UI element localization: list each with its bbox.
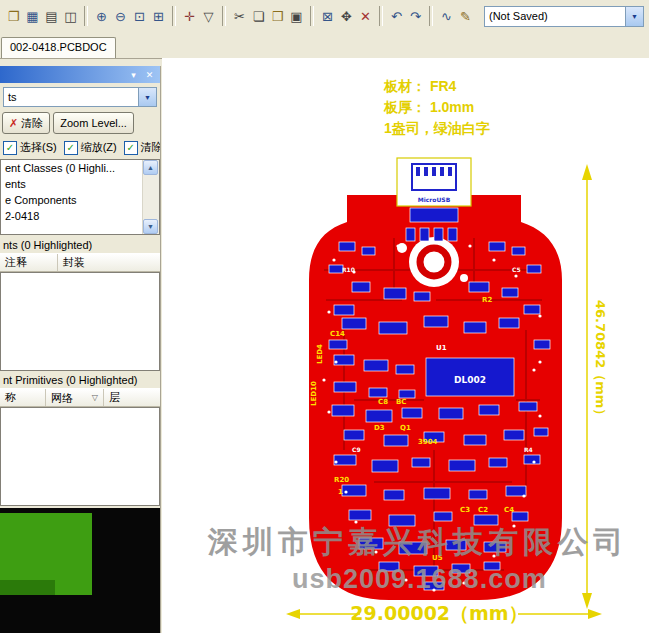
interactive-route-icon[interactable]: ∿: [437, 6, 456, 26]
pcb-component[interactable]: [334, 305, 354, 315]
pcb-component[interactable]: [439, 408, 463, 419]
print-icon[interactable]: ▤: [42, 6, 61, 26]
pcb-component[interactable]: [502, 288, 518, 297]
panel-collapse-icon[interactable]: ▾: [127, 70, 140, 80]
pcb-component[interactable]: [366, 410, 392, 422]
pcb-component[interactable]: [402, 408, 422, 418]
copy-icon[interactable]: ❏: [249, 6, 268, 26]
panel-close-icon[interactable]: ✕: [143, 70, 156, 80]
pcb-component[interactable]: [334, 355, 354, 365]
pcb-via[interactable]: [538, 314, 541, 317]
zoom-out-icon[interactable]: ⊖: [111, 6, 130, 26]
pcb-component[interactable]: [469, 490, 487, 499]
class-list-item[interactable]: ents: [1, 176, 143, 192]
pcb-via[interactable]: [396, 244, 399, 247]
clear-filter-icon[interactable]: ✕: [356, 6, 375, 26]
pcb-component[interactable]: [448, 228, 457, 241]
pcb-via[interactable]: [532, 368, 535, 371]
pcb-component[interactable]: [534, 340, 550, 349]
pcb-component[interactable]: [379, 322, 407, 334]
pcb-component[interactable]: [410, 208, 458, 222]
pcb-component[interactable]: [344, 430, 364, 440]
pcb-component[interactable]: [396, 365, 414, 374]
pcb-via[interactable]: [432, 240, 435, 243]
pcb-via[interactable]: [334, 460, 337, 463]
select-area-icon[interactable]: ⊠: [318, 6, 337, 26]
pcb-via[interactable]: [492, 258, 495, 261]
pcb-component[interactable]: [399, 390, 415, 398]
pcb-component[interactable]: [342, 318, 366, 329]
pcb-component[interactable]: [524, 305, 540, 314]
paste-icon[interactable]: ❒: [268, 6, 287, 26]
pcb-component[interactable]: [339, 242, 355, 251]
panel-checkbox[interactable]: ✓选择(S): [3, 140, 57, 155]
column-header-name[interactable]: 称: [0, 389, 46, 406]
pcb-component[interactable]: [352, 282, 370, 292]
pcb-via[interactable]: [322, 378, 325, 381]
pcb-via[interactable]: [327, 310, 330, 313]
cut-icon[interactable]: ✂: [230, 6, 249, 26]
pcb-component[interactable]: [534, 428, 548, 436]
pcb-component[interactable]: [406, 228, 415, 241]
pcb-component[interactable]: [329, 265, 343, 273]
pcb-component[interactable]: [424, 316, 448, 327]
pcb-component[interactable]: [424, 488, 450, 499]
print-preview-icon[interactable]: ◫: [61, 6, 80, 26]
pcb-via[interactable]: [334, 360, 337, 363]
open-project-icon[interactable]: ❐: [4, 6, 23, 26]
pcb-component[interactable]: [489, 458, 507, 467]
panel-filter-dropdown[interactable]: ts ▼: [3, 87, 157, 107]
dropdown-arrow-icon[interactable]: ▼: [138, 88, 156, 106]
pcb-component[interactable]: [334, 382, 356, 392]
filter-icon[interactable]: ▽: [199, 6, 218, 26]
column-header-footprint[interactable]: 封装: [58, 254, 160, 271]
pcb-component[interactable]: [469, 282, 489, 292]
zoom-window-icon[interactable]: ⊡: [130, 6, 149, 26]
components-list[interactable]: [0, 272, 160, 371]
pcb-component[interactable]: [369, 388, 387, 397]
pcb-component[interactable]: [464, 435, 486, 445]
pcb-component[interactable]: [434, 228, 443, 241]
panel-checkbox[interactable]: ✓清除: [124, 140, 160, 155]
pcb-component[interactable]: [464, 322, 486, 333]
class-list-item[interactable]: e Components: [1, 192, 143, 208]
pcb-component[interactable]: [449, 460, 475, 471]
pcb-via[interactable]: [514, 274, 517, 277]
scroll-up-icon[interactable]: ▲: [143, 160, 158, 175]
clear-button[interactable]: ✗ 清除: [2, 112, 50, 134]
pcb-component[interactable]: [512, 512, 528, 521]
pcb-component[interactable]: [384, 490, 404, 500]
pcb-component[interactable]: [504, 430, 524, 440]
pcb-component[interactable]: [434, 512, 452, 521]
pcb-component[interactable]: [412, 458, 430, 467]
pcb-component[interactable]: [512, 247, 525, 255]
zoom-in-icon[interactable]: ⊕: [92, 6, 111, 26]
pcb-via[interactable]: [327, 410, 330, 413]
save-icon[interactable]: ▦: [23, 6, 42, 26]
pcb-component[interactable]: [349, 510, 371, 520]
pcb-canvas[interactable]: 板材： FR4 板厚： 1.0mm 1盎司，绿油白字: [162, 58, 649, 633]
pcb-component[interactable]: [362, 247, 375, 255]
pcb-component[interactable]: [384, 435, 408, 446]
pcb-component[interactable]: [524, 455, 540, 464]
dropdown-arrow-icon[interactable]: ▼: [625, 7, 643, 26]
pcb-via[interactable]: [538, 360, 541, 363]
measure-icon[interactable]: ✎: [456, 6, 475, 26]
move-icon[interactable]: ✥: [337, 6, 356, 26]
file-tab[interactable]: 002-0418.PCBDOC: [1, 37, 116, 58]
column-header-layer[interactable]: 层: [104, 389, 160, 406]
pcb-via[interactable]: [532, 460, 535, 463]
pcb-component[interactable]: [334, 455, 356, 465]
pcb-via[interactable]: [538, 414, 541, 417]
column-header-net[interactable]: 网络 ▽: [46, 389, 104, 406]
scroll-down-icon[interactable]: ▼: [143, 219, 158, 234]
pcb-component[interactable]: [372, 460, 398, 472]
pcb-component[interactable]: [384, 288, 406, 299]
document-config-dropdown[interactable]: (Not Saved) ▼: [484, 6, 644, 27]
pcb-component[interactable]: [414, 292, 430, 301]
pcb-component[interactable]: [506, 486, 526, 496]
pcb-component[interactable]: [499, 318, 519, 328]
column-header-comment[interactable]: 注释: [0, 254, 58, 271]
pcb-component[interactable]: [479, 405, 499, 415]
pcb-component[interactable]: [420, 228, 429, 241]
